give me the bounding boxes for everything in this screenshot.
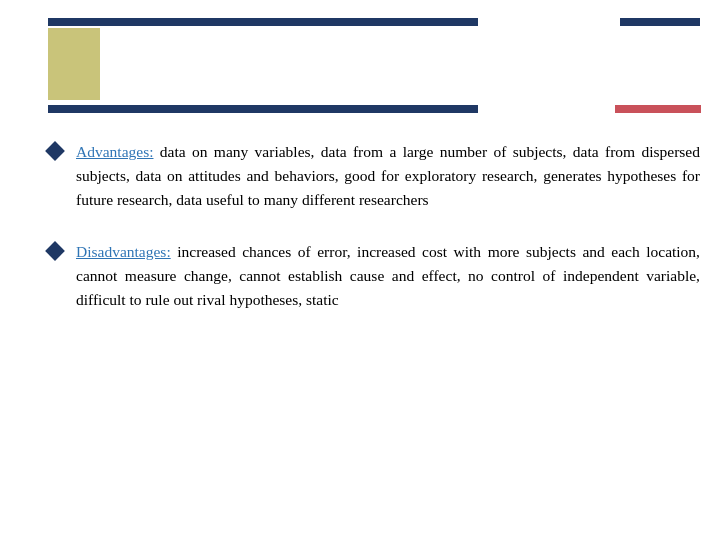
top-bar-blue-right — [620, 18, 700, 26]
advantages-text: Advantages: data on many variables, data… — [76, 140, 700, 212]
advantages-body: data on many variables, data from a larg… — [76, 143, 700, 208]
disadvantages-bullet: Disadvantages: increased chances of erro… — [48, 240, 700, 312]
advantages-bullet: Advantages: data on many variables, data… — [48, 140, 700, 212]
bullet-diamond-advantages — [45, 141, 65, 161]
bottom-bar-blue — [48, 105, 478, 113]
slide-container: Advantages: data on many variables, data… — [0, 0, 720, 540]
left-accent-box — [48, 28, 100, 100]
content-area: Advantages: data on many variables, data… — [48, 140, 700, 520]
disadvantages-text: Disadvantages: increased chances of erro… — [76, 240, 700, 312]
top-bar-blue — [48, 18, 478, 26]
bottom-bar-blue-right — [615, 105, 701, 113]
bullet-diamond-disadvantages — [45, 241, 65, 261]
disadvantages-term: Disadvantages: — [76, 243, 171, 260]
advantages-term: Advantages: — [76, 143, 153, 160]
